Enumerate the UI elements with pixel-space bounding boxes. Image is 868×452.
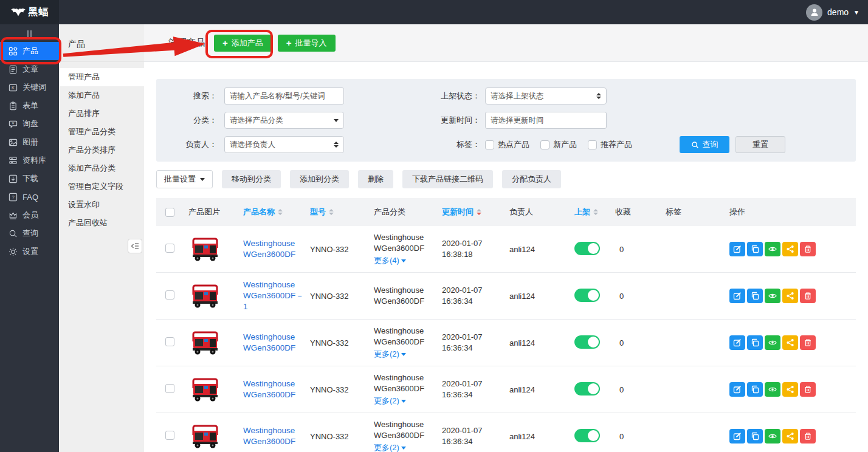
more-categories-link[interactable]: 更多(2) [374,349,439,360]
publish-toggle[interactable] [574,335,600,349]
row-checkbox[interactable] [165,431,174,440]
edit-button[interactable] [729,289,745,303]
preview-button[interactable] [765,242,780,256]
share-button[interactable] [782,335,798,350]
query-button[interactable]: 查询 [680,136,729,153]
submenu-item-add-category[interactable]: 添加产品分类 [59,159,144,177]
preview-button[interactable] [765,335,780,350]
sidebar-item-library[interactable]: 资料库 [0,151,59,170]
sidebar-item-settings[interactable]: 设置 [0,242,59,261]
submenu-item-custom-fields[interactable]: 管理自定义字段 [59,177,144,196]
sidebar-item-inquiries[interactable]: ¥ 询盘 [0,115,59,133]
share-button[interactable] [782,429,798,443]
row-checkbox[interactable] [165,244,174,253]
sidebar-item-keywords[interactable]: K 关键词 [0,78,59,97]
move-to-category-button[interactable]: 移动到分类 [222,170,281,188]
preview-button[interactable] [765,429,780,443]
favorites-count: 0 [612,292,663,301]
more-categories-link[interactable]: 更多(2) [374,396,439,406]
product-image[interactable] [188,376,222,402]
more-categories-link[interactable]: 更多(2) [374,442,439,452]
app-logo[interactable]: 黑蝠 [0,0,59,24]
more-categories-link[interactable]: 更多(4) [374,255,439,266]
copy-button[interactable] [747,335,763,350]
reset-button[interactable]: 重置 [735,136,785,153]
col-header-model[interactable]: 型号 [307,207,371,217]
assign-owner-button[interactable]: 分配负责人 [502,170,561,188]
sidebar-item-downloads[interactable]: 下载 [0,170,59,188]
submenu-item-recycle-bin[interactable]: 产品回收站 [59,214,144,232]
delete-row-button[interactable] [800,335,816,350]
sidebar-item-search[interactable]: 查询 [0,224,59,242]
publish-toggle[interactable] [574,242,600,255]
submenu-item-manage-categories[interactable]: 管理产品分类 [59,123,144,141]
sidebar-collapse-handle[interactable] [0,28,59,40]
col-header-status[interactable]: 上架 [571,207,612,217]
share-button[interactable] [782,242,798,256]
product-name-link[interactable]: Westinghouse WGen3600DF－1 [243,280,304,311]
edit-button[interactable] [729,335,745,350]
tag-recommend-checkbox[interactable]: 推荐产品 [588,139,632,150]
edit-button[interactable] [729,242,745,256]
copy-button[interactable] [747,242,763,256]
product-image[interactable] [188,236,222,261]
status-select[interactable]: 请选择上架状态 [485,87,607,104]
sidebar-item-forms[interactable]: 表单 [0,97,59,115]
delete-row-button[interactable] [800,242,816,256]
add-to-category-button[interactable]: 添加到分类 [290,170,349,188]
edit-button[interactable] [729,429,745,443]
product-image[interactable] [188,329,222,355]
download-qrcode-button[interactable]: 下载产品链接二维码 [402,170,493,188]
submenu-item-product-sort[interactable]: 产品排序 [59,104,144,123]
bulk-settings-button[interactable]: 批量设置 [156,170,213,188]
user-menu[interactable]: demo ▼ [806,4,868,21]
sidebar-item-articles[interactable]: 文章 [0,60,59,78]
submenu-item-manage-products[interactable]: 管理产品 [59,68,144,86]
preview-button[interactable] [765,382,780,397]
submenu-item-watermark[interactable]: 设置水印 [59,196,144,214]
share-button[interactable] [782,289,798,303]
submenu-item-add-product[interactable]: 添加产品 [59,86,144,104]
submenu-item-category-sort[interactable]: 产品分类排序 [59,141,144,159]
search-input[interactable] [224,87,344,104]
select-all-checkbox[interactable] [165,208,174,217]
update-time-input[interactable] [485,112,607,129]
owner-select[interactable]: 请选择负责人 [224,136,344,153]
product-name-link[interactable]: Westinghouse WGen3600DF [243,239,295,259]
delete-button[interactable]: 删除 [358,170,393,188]
sidebar-item-members[interactable]: 会员 [0,206,59,224]
submenu-collapse-button[interactable] [128,239,142,253]
sidebar-item-products[interactable]: 产品 [0,42,59,60]
tag-new-checkbox[interactable]: 新产品 [540,139,577,150]
copy-button[interactable] [747,382,763,397]
sidebar-item-gallery[interactable]: 图册 [0,133,59,151]
category-select[interactable]: 请选择产品分类 [224,112,344,129]
product-image[interactable] [188,423,222,448]
tag-hot-checkbox[interactable]: 热点产品 [485,139,529,150]
preview-button[interactable] [765,289,780,303]
add-product-button[interactable]: +添加产品 [214,35,272,52]
bulk-import-button[interactable]: +批量导入 [278,35,336,52]
product-image[interactable] [188,282,222,308]
delete-row-button[interactable] [800,289,816,303]
product-name-link[interactable]: Westinghouse WGen3600DF [243,426,295,446]
publish-toggle[interactable] [574,289,600,302]
col-header-name[interactable]: 产品名称 [240,207,307,217]
product-name-link[interactable]: Westinghouse WGen3600DF [243,332,295,352]
row-checkbox[interactable] [165,337,174,346]
publish-toggle[interactable] [574,429,600,442]
delete-row-button[interactable] [800,382,816,397]
share-button[interactable] [782,382,798,397]
pencil-icon [733,338,742,347]
product-name-link[interactable]: Westinghouse WGen3600DF [243,379,295,399]
row-checkbox[interactable] [165,384,174,393]
delete-row-button[interactable] [800,429,816,443]
sidebar-item-faq[interactable]: ? FAQ [0,188,59,206]
row-checkbox[interactable] [165,290,174,300]
copy-button[interactable] [747,289,763,303]
col-header-updated[interactable]: 更新时间 [439,207,506,217]
edit-button[interactable] [729,382,745,397]
sidebar-item-label: 关键词 [22,82,46,93]
publish-toggle[interactable] [574,382,600,396]
copy-button[interactable] [747,429,763,443]
